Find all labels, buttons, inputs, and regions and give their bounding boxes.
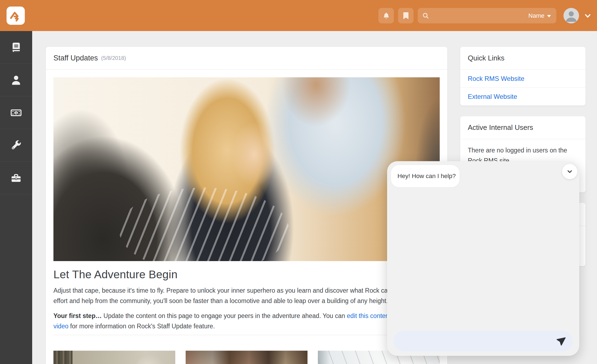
- rock-rms-website-link[interactable]: Rock RMS Website: [468, 75, 524, 82]
- paragraph-line: Adjust that cape, because it's time to f…: [53, 285, 440, 296]
- bookmarks-button[interactable]: [398, 8, 414, 23]
- paragraph-text: Update the content on this page to engag…: [102, 312, 347, 319]
- quick-links-card: Quick Links Rock RMS Website External We…: [460, 47, 586, 106]
- paragraph-text: for more information on Rock's Staff Upd…: [68, 323, 215, 330]
- rock-logo[interactable]: [7, 7, 25, 25]
- rock-logo-icon: [9, 9, 23, 23]
- video-link[interactable]: video: [53, 323, 68, 330]
- paragraph-line: video for more information on Rock's Sta…: [53, 321, 440, 331]
- sidebar-item-finance[interactable]: 1: [0, 96, 32, 129]
- thumbnail-detail: [135, 353, 168, 364]
- update-thumbnail-1[interactable]: [53, 351, 175, 364]
- caret-down-icon: [547, 15, 551, 17]
- chat-collapse-button[interactable]: [562, 164, 577, 179]
- bell-icon: [382, 12, 390, 20]
- thumbnail-detail: [186, 351, 307, 364]
- sidebar-item-intranet[interactable]: [0, 31, 32, 64]
- quick-link-row: External Website: [460, 87, 586, 105]
- card-title: Staff Updates: [53, 54, 98, 62]
- book-icon: [10, 41, 22, 53]
- chat-greeting-bubble: Hey! How can I help?: [391, 165, 460, 187]
- user-avatar[interactable]: [563, 8, 579, 23]
- article-heading: Let The Adventure Begin: [53, 268, 440, 281]
- chat-input-bar: [394, 331, 573, 351]
- thumbnail-detail: [53, 351, 73, 364]
- sidebar-item-admin-tools[interactable]: [0, 129, 32, 162]
- rock-rms-dashboard: Name: [0, 0, 597, 364]
- search-scope-label: Name: [528, 12, 544, 19]
- wrench-icon: [10, 139, 22, 151]
- quick-link-row: Rock RMS Website: [460, 69, 586, 87]
- person-icon: [10, 74, 22, 86]
- external-website-link[interactable]: External Website: [468, 93, 517, 100]
- article-paragraph-1: Adjust that cape, because it's time to f…: [53, 285, 440, 306]
- search-icon: [422, 12, 429, 19]
- chat-send-button[interactable]: [555, 335, 567, 347]
- article-hero-image: [53, 77, 440, 261]
- svg-text:1: 1: [15, 111, 17, 114]
- search-scope-dropdown[interactable]: Name: [528, 12, 551, 19]
- active-users-title: Active Internal Users: [460, 116, 586, 139]
- left-icon-sidebar: 1: [0, 31, 32, 364]
- toolbox-icon: [10, 172, 22, 184]
- article-paragraph-2: Your first step… Update the content on t…: [53, 311, 440, 331]
- first-step-label: Your first step…: [53, 312, 102, 319]
- hero-image-detail: [119, 188, 289, 261]
- update-thumbnail-2[interactable]: [186, 351, 307, 364]
- chevron-down-icon: [582, 11, 593, 20]
- sidebar-item-toolbox[interactable]: [0, 162, 32, 194]
- send-icon: [556, 336, 566, 346]
- paragraph-line: Your first step… Update the content on t…: [53, 311, 440, 321]
- top-navigation-bar: Name: [0, 0, 597, 31]
- notifications-button[interactable]: [378, 8, 394, 23]
- paragraph-line: effort and help from the community, you'…: [53, 296, 440, 306]
- staff-updates-header: Staff Updates (5/8/2018): [46, 47, 447, 70]
- money-icon: 1: [10, 107, 22, 119]
- quick-links-title: Quick Links: [460, 47, 586, 69]
- more-updates-row: [53, 351, 440, 364]
- chat-widget: Hey! How can I help?: [387, 161, 579, 356]
- chevron-down-icon: [566, 168, 574, 175]
- bookmark-icon: [402, 12, 409, 20]
- card-date: (5/8/2018): [101, 55, 126, 61]
- global-search[interactable]: Name: [418, 8, 556, 23]
- chat-greeting-text: Hey! How can I help?: [397, 173, 456, 180]
- article-divider: [53, 335, 440, 335]
- profile-menu-toggle[interactable]: [582, 11, 593, 20]
- chat-message-input[interactable]: [401, 338, 555, 345]
- search-input[interactable]: [433, 12, 528, 19]
- sidebar-item-people[interactable]: [0, 64, 32, 96]
- person-silhouette-icon: [563, 8, 579, 23]
- article: Let The Adventure Begin Adjust that cape…: [53, 268, 440, 331]
